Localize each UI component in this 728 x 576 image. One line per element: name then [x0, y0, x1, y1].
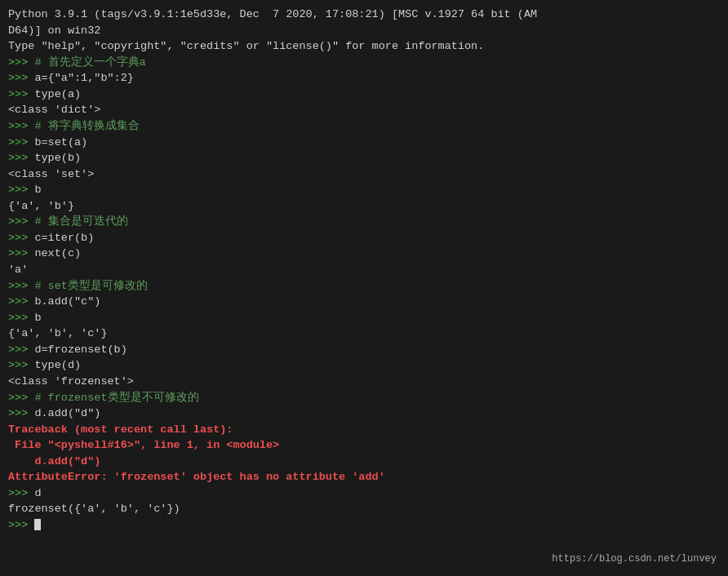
terminal-line: >>> — [8, 517, 720, 534]
terminal-line: >>> # 集合是可迭代的 — [8, 214, 720, 230]
terminal-line: {'a', 'b', 'c'} — [8, 326, 720, 342]
terminal-line: >>> # set类型是可修改的 — [8, 278, 720, 295]
terminal[interactable]: Python 3.9.1 (tags/v3.9.1:1e5d33e, Dec 7… — [0, 0, 728, 576]
terminal-line: >>> c=iter(b) — [8, 230, 720, 246]
terminal-line: <class 'set'> — [8, 166, 720, 183]
terminal-line: frozenset({'a', 'b', 'c'}) — [8, 501, 720, 517]
terminal-line: Traceback (most recent call last): — [8, 422, 720, 438]
terminal-line: File "<pyshell#16>", line 1, in <module> — [8, 437, 720, 454]
terminal-line: >>> type(a) — [8, 86, 720, 103]
cursor — [34, 519, 41, 530]
terminal-line: >>> b — [8, 182, 720, 198]
terminal-line: <class 'dict'> — [8, 102, 720, 118]
blog-url: https://blog.csdn.net/lunvey — [552, 552, 717, 566]
terminal-line: 'a' — [8, 262, 720, 278]
terminal-line: >>> type(d) — [8, 357, 720, 374]
terminal-line: >>> type(b) — [8, 150, 720, 166]
terminal-line: >>> d=frozenset(b) — [8, 342, 720, 358]
terminal-line: AttributeError: 'frozenset' object has n… — [8, 469, 720, 485]
terminal-line: >>> # 将字典转换成集合 — [8, 118, 720, 135]
terminal-line: >>> # frozenset类型是不可修改的 — [8, 390, 720, 406]
terminal-line: D64)] on win32 — [8, 23, 720, 39]
terminal-line: >>> d — [8, 485, 720, 502]
terminal-line: >>> # 首先定义一个字典a — [8, 55, 720, 71]
terminal-line: Python 3.9.1 (tags/v3.9.1:1e5d33e, Dec 7… — [8, 7, 720, 23]
terminal-line: {'a', 'b'} — [8, 198, 720, 215]
terminal-line: <class 'frozenset'> — [8, 374, 720, 390]
terminal-line: d.add("d") — [8, 454, 720, 470]
terminal-line: >>> b.add("c") — [8, 294, 720, 310]
terminal-line: >>> a={"a":1,"b":2} — [8, 70, 720, 86]
terminal-line: >>> d.add("d") — [8, 405, 720, 422]
terminal-line: >>> b — [8, 310, 720, 326]
terminal-line: >>> b=set(a) — [8, 135, 720, 151]
terminal-line: Type "help", "copyright", "credits" or "… — [8, 38, 720, 55]
terminal-line: >>> next(c) — [8, 246, 720, 262]
